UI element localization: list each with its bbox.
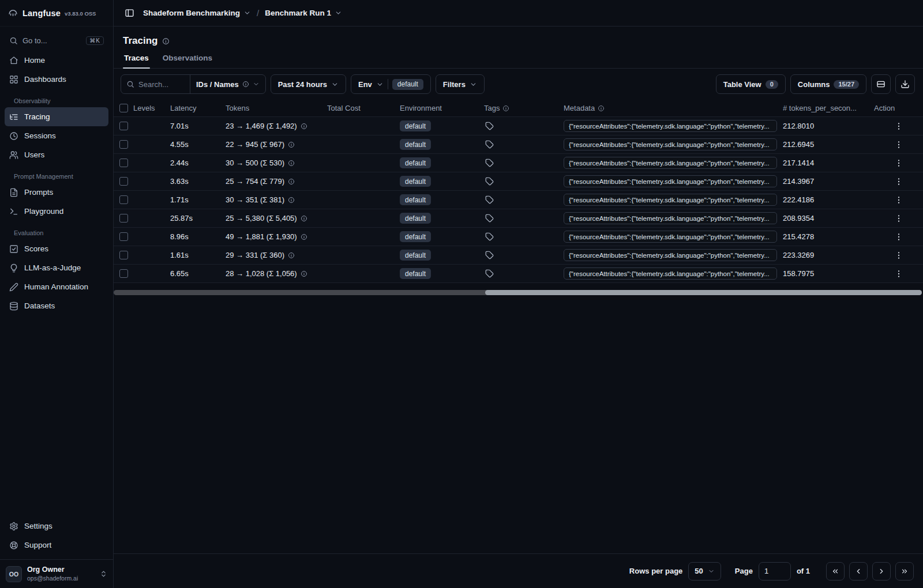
row-actions-button[interactable] (874, 140, 923, 149)
tags-cell[interactable] (484, 195, 564, 204)
tag-icon[interactable] (485, 122, 494, 130)
tags-cell[interactable] (484, 214, 564, 223)
row-actions-button[interactable] (874, 159, 923, 168)
tags-cell[interactable] (484, 177, 564, 186)
column-header-environment[interactable]: Environment (400, 104, 484, 112)
metadata-value[interactable]: {"resourceAttributes":{"telemetry.sdk.la… (564, 249, 777, 261)
table-row[interactable]: 3.63s 25 → 754 (Σ 779) default {"resourc… (114, 172, 923, 191)
page-number-input[interactable] (759, 562, 791, 581)
select-all-checkbox[interactable] (119, 104, 128, 112)
table-row[interactable]: 7.01s 23 → 1,469 (Σ 1,492) default {"res… (114, 117, 923, 135)
sidebar-item-dashboards[interactable]: Dashboards (5, 70, 108, 89)
tag-icon[interactable] (485, 177, 494, 186)
sidebar-item-settings[interactable]: Settings (5, 517, 108, 536)
row-checkbox[interactable] (119, 159, 128, 167)
table-row[interactable]: 25.87s 25 → 5,380 (Σ 5,405) default {"re… (114, 209, 923, 228)
search-input[interactable] (138, 80, 186, 89)
first-page-button[interactable] (826, 562, 845, 581)
row-actions-button[interactable] (874, 177, 923, 186)
sidebar-item-prompts[interactable]: Prompts (5, 183, 108, 202)
next-page-button[interactable] (872, 562, 891, 581)
row-checkbox[interactable] (119, 195, 128, 204)
table-row[interactable]: 6.65s 28 → 1,028 (Σ 1,056) default {"res… (114, 265, 923, 283)
tags-cell[interactable] (484, 159, 564, 167)
tags-cell[interactable] (484, 140, 564, 149)
tag-icon[interactable] (485, 251, 494, 259)
row-actions-button[interactable] (874, 195, 923, 205)
tags-cell[interactable] (484, 269, 564, 278)
row-actions-button[interactable] (874, 232, 923, 242)
info-icon[interactable] (301, 215, 307, 222)
metadata-value[interactable]: {"resourceAttributes":{"telemetry.sdk.la… (564, 267, 777, 280)
search-control[interactable]: IDs / Names (121, 74, 266, 94)
goto-search[interactable]: Go to... ⌘K (5, 31, 108, 50)
previous-page-button[interactable] (849, 562, 868, 581)
metadata-value[interactable]: {"resourceAttributes":{"telemetry.sdk.la… (564, 120, 777, 132)
last-page-button[interactable] (895, 562, 914, 581)
tag-icon[interactable] (485, 214, 494, 223)
search-mode-dropdown[interactable]: IDs / Names (190, 75, 265, 93)
row-checkbox[interactable] (119, 269, 128, 278)
export-button[interactable] (895, 74, 915, 94)
table-view-button[interactable]: Table View 0 (716, 74, 786, 94)
row-checkbox[interactable] (119, 251, 128, 259)
row-checkbox[interactable] (119, 232, 128, 241)
row-actions-button[interactable] (874, 269, 923, 278)
tag-icon[interactable] (485, 195, 494, 204)
sidebar-item-playground[interactable]: Playground (5, 202, 108, 221)
tags-cell[interactable] (484, 122, 564, 130)
column-header-tokens[interactable]: Tokens (226, 104, 327, 112)
table-row[interactable]: 2.44s 30 → 500 (Σ 530) default {"resourc… (114, 154, 923, 172)
info-icon[interactable] (162, 37, 170, 45)
table-row[interactable]: 8.96s 49 → 1,881 (Σ 1,930) default {"res… (114, 228, 923, 246)
column-header-tokens-per-second[interactable]: # tokens_per_secon... (783, 104, 874, 112)
row-checkbox[interactable] (119, 177, 128, 186)
row-actions-button[interactable] (874, 214, 923, 223)
tab-observations[interactable]: Observations (162, 50, 213, 68)
org-selector[interactable]: Shadeform Benchmarking (143, 9, 251, 17)
column-header-tags[interactable]: Tags (484, 104, 564, 112)
sidebar-item-human-annotation[interactable]: Human Annotation (5, 277, 108, 296)
row-checkbox[interactable] (119, 214, 128, 223)
metadata-value[interactable]: {"resourceAttributes":{"telemetry.sdk.la… (564, 175, 777, 187)
sidebar-item-home[interactable]: Home (5, 51, 108, 70)
metadata-value[interactable]: {"resourceAttributes":{"telemetry.sdk.la… (564, 138, 777, 150)
sidebar-item-users[interactable]: Users (5, 145, 108, 164)
row-actions-button[interactable] (874, 122, 923, 131)
sidebar-toggle-button[interactable] (121, 5, 137, 21)
sidebar-item-llm-as-a-judge[interactable]: LLM-as-a-Judge (5, 258, 108, 277)
info-icon[interactable] (288, 252, 295, 259)
info-icon[interactable] (288, 141, 295, 148)
sidebar-item-datasets[interactable]: Datasets (5, 296, 108, 315)
tag-icon[interactable] (485, 269, 494, 278)
column-header-levels[interactable]: Levels (133, 104, 170, 112)
row-height-button[interactable] (871, 74, 891, 94)
sidebar-item-support[interactable]: Support (5, 536, 108, 555)
tag-icon[interactable] (485, 140, 494, 149)
row-checkbox[interactable] (119, 140, 128, 149)
env-filter-dropdown[interactable]: Env default (351, 74, 431, 94)
scrollbar-thumb[interactable] (485, 290, 922, 295)
table-row[interactable]: 4.55s 22 → 945 (Σ 967) default {"resourc… (114, 135, 923, 154)
column-header-total-cost[interactable]: Total Cost (327, 104, 400, 112)
metadata-value[interactable]: {"resourceAttributes":{"telemetry.sdk.la… (564, 212, 777, 224)
metadata-value[interactable]: {"resourceAttributes":{"telemetry.sdk.la… (564, 231, 777, 243)
column-header-latency[interactable]: Latency (170, 104, 226, 112)
columns-button[interactable]: Columns 15/27 (790, 74, 866, 94)
info-icon[interactable] (288, 178, 295, 185)
info-icon[interactable] (301, 123, 307, 130)
horizontal-scrollbar[interactable] (114, 290, 922, 295)
sidebar-item-sessions[interactable]: Sessions (5, 126, 108, 145)
rows-per-page-select[interactable]: 50 (688, 562, 721, 581)
tag-icon[interactable] (485, 159, 494, 167)
metadata-value[interactable]: {"resourceAttributes":{"telemetry.sdk.la… (564, 157, 777, 169)
tags-cell[interactable] (484, 232, 564, 241)
table-row[interactable]: 1.61s 29 → 331 (Σ 360) default {"resourc… (114, 246, 923, 265)
sidebar-item-tracing[interactable]: Tracing (5, 107, 108, 126)
tab-traces[interactable]: Traces (123, 50, 150, 68)
filters-dropdown[interactable]: Filters (436, 74, 485, 94)
row-actions-button[interactable] (874, 251, 923, 260)
project-selector[interactable]: Benchmark Run 1 (265, 9, 342, 17)
user-menu[interactable]: OO Org Owner ops@shadeform.ai (0, 559, 113, 588)
tags-cell[interactable] (484, 251, 564, 259)
